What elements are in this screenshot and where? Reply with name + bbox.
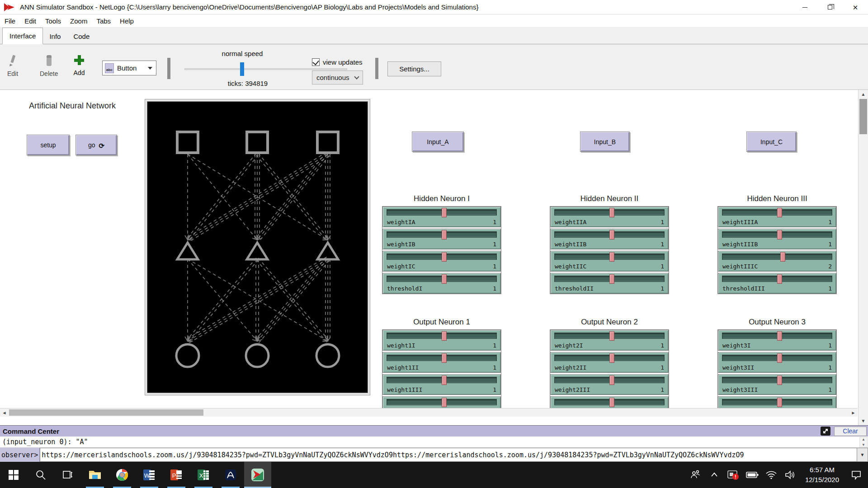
slider-thresholdI[interactable]: thresholdI1 [382,273,501,294]
tab-code[interactable]: Code [67,29,96,44]
slider-groove[interactable] [387,276,497,282]
tray-people-button[interactable] [686,462,705,488]
slider-groove[interactable] [387,355,497,361]
slider-weightIIIC[interactable]: weightIIIC2 [718,251,836,272]
slider-handle[interactable] [777,353,782,363]
scroll-up-icon[interactable]: ▲ [862,437,865,441]
output-scrollbar[interactable]: ▲ ▼ [859,437,868,447]
scroll-up-icon[interactable]: ▲ [859,90,868,99]
slider-handle[interactable] [442,375,447,385]
speed-slider-handle[interactable] [240,62,244,76]
vertical-scroll-thumb[interactable] [859,99,867,134]
slider-groove[interactable] [387,333,497,339]
taskbar-clock[interactable]: 6:57 AM 12/15/2020 [800,465,844,485]
taskbar-app-netlogo[interactable] [244,462,271,488]
tab-info[interactable]: Info [43,29,67,44]
command-history-button[interactable]: ▼ [857,448,868,462]
input-b-button[interactable]: Input_B [580,131,630,152]
delete-button[interactable]: Delete [40,54,58,77]
scroll-down-icon[interactable]: ▼ [859,417,868,425]
slider-handle[interactable] [609,353,614,363]
menu-edit[interactable]: Edit [24,16,41,26]
slider-handle[interactable] [777,375,782,385]
restore-button[interactable] [817,0,843,14]
scroll-down-icon[interactable]: ▼ [862,443,865,447]
slider-handle[interactable] [777,230,782,239]
slider-thresholdII[interactable]: thresholdII1 [550,273,669,294]
slider-groove[interactable] [387,209,497,216]
slider-weight2I[interactable]: weight2I1 [550,330,669,351]
horizontal-scroll-thumb[interactable] [9,409,203,416]
tray-wifi-button[interactable] [762,462,781,488]
slider-groove[interactable] [387,377,497,383]
slider-groove[interactable] [554,209,665,216]
taskbar-app-acrobat[interactable] [217,462,244,488]
slider-handle[interactable] [780,252,785,262]
menu-file[interactable]: File [4,16,20,26]
command-input[interactable]: https://mercerislandschools.zoom.us/j/93… [40,448,857,462]
update-mode-dropdown[interactable]: continuous [312,70,363,84]
vertical-scrollbar[interactable]: ▲ ▼ [858,90,868,425]
slider-weight2II[interactable]: weight2II1 [550,352,669,373]
slider-handle[interactable] [442,230,447,239]
slider-weightIC[interactable]: weightIC1 [382,251,501,272]
slider-weight1II[interactable]: weight1II1 [382,352,501,373]
world-view[interactable] [145,99,370,395]
slider-handle[interactable] [442,353,447,363]
slider-handle[interactable] [442,252,447,262]
minimize-button[interactable] [792,0,817,14]
view-updates-checkbox[interactable]: view updates [312,58,363,66]
slider-weightIB[interactable]: weightIB1 [382,229,501,249]
slider-weight3III[interactable]: weight3III1 [718,374,836,395]
taskbar-app-excel[interactable]: X [190,462,217,488]
slider-weight3I[interactable]: weight3I1 [718,330,836,351]
slider-handle[interactable] [777,398,782,407]
go-button[interactable]: go ⟳ [75,135,117,155]
input-c-button[interactable]: Input_C [746,131,797,152]
taskbar-app-chrome[interactable] [108,462,136,488]
slider-handle[interactable] [609,252,614,262]
input-a-button[interactable]: Input_A [412,131,464,152]
slider-weightIIIA[interactable]: weightIIIA1 [718,206,836,227]
slider-groove[interactable] [722,377,832,383]
slider-handle[interactable] [609,331,614,341]
slider-groove[interactable] [722,333,832,339]
widget-type-select[interactable]: abc Button [102,61,156,75]
task-view-button[interactable] [54,462,81,488]
slider-weightIIC[interactable]: weightIIC1 [550,251,669,272]
action-center-button[interactable] [844,462,868,488]
taskbar-app-powerpoint[interactable]: P [163,462,190,488]
tray-chevron-up-button[interactable] [705,462,724,488]
tray-battery-button[interactable] [743,462,762,488]
slider-handle[interactable] [609,274,614,284]
taskbar-app-word[interactable]: W [136,462,163,488]
slider-handle[interactable] [442,208,447,217]
slider-handle[interactable] [442,331,447,341]
menu-zoom[interactable]: Zoom [69,16,92,26]
slider-groove[interactable] [722,253,832,260]
slider-handle[interactable] [777,274,782,284]
slider-groove[interactable] [722,399,832,405]
slider-handle[interactable] [609,208,614,217]
slider-weightIIA[interactable]: weightIIA1 [550,206,669,227]
horizontal-scrollbar[interactable]: ◄ ► [0,408,858,417]
slider-groove[interactable] [554,333,665,339]
slider-handle[interactable] [442,398,447,407]
slider-handle[interactable] [777,331,782,341]
slider-groove[interactable] [722,276,832,282]
slider-groove[interactable] [387,231,497,238]
slider-weightIIIB[interactable]: weightIIIB1 [718,229,836,249]
tab-interface[interactable]: Interface [2,28,43,44]
slider-handle[interactable] [609,230,614,239]
scroll-left-icon[interactable]: ◄ [0,408,9,417]
slider-weight2III[interactable]: weight2III1 [550,374,669,395]
slider-groove[interactable] [722,231,832,238]
taskbar-app-file-explorer[interactable] [81,462,108,488]
slider-groove[interactable] [554,231,665,238]
search-button[interactable] [27,462,54,488]
slider-groove[interactable] [722,209,832,216]
slider-groove[interactable] [722,355,832,361]
slider-weightIA[interactable]: weightIA1 [382,206,501,227]
slider-handle[interactable] [609,375,614,385]
slider-groove[interactable] [554,399,665,405]
